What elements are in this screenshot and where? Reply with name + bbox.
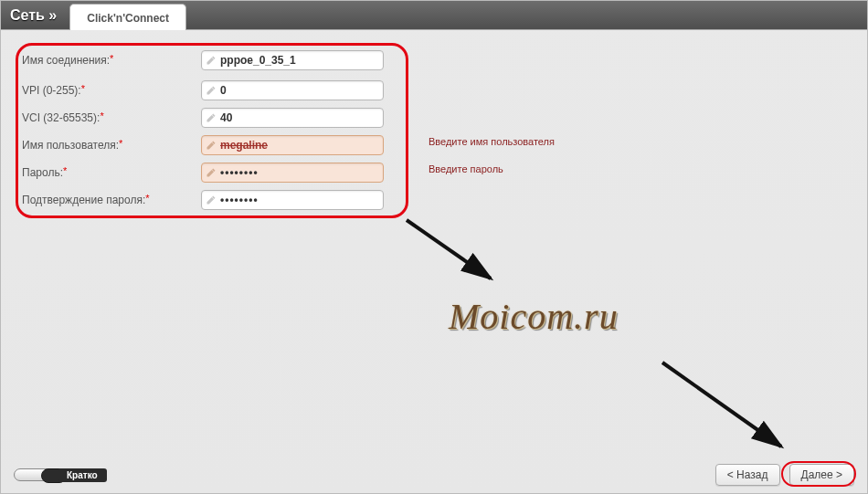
pencil-icon [206, 140, 217, 151]
input-vci[interactable] [220, 111, 379, 124]
svg-line-0 [407, 220, 491, 279]
arrow-annotation-icon [655, 355, 801, 465]
pencil-icon [206, 194, 217, 205]
input-password[interactable]: •••••••• [220, 166, 379, 179]
watermark-text: Moicom.ru [449, 295, 619, 338]
field-vci[interactable] [201, 108, 384, 128]
tab-click-n-connect[interactable]: Click'n'Connect [69, 4, 186, 30]
svg-line-1 [662, 363, 781, 447]
field-username[interactable]: megaline [201, 135, 384, 155]
pencil-icon [206, 167, 217, 178]
highlighted-form-area: VPI (0-255):* VCI (32-65535):* [16, 43, 408, 218]
input-vpi[interactable] [220, 84, 379, 97]
arrow-annotation-icon [399, 213, 509, 295]
field-vpi[interactable] [201, 80, 384, 100]
label-password-confirm: Подтверждение пароля:* [18, 194, 201, 206]
toggle-label: Кратко [58, 468, 107, 482]
input-username[interactable]: megaline [220, 139, 379, 152]
field-password-confirm[interactable]: •••••••• [201, 190, 384, 210]
field-password[interactable]: •••••••• [201, 163, 384, 183]
pencil-icon [206, 112, 217, 123]
next-button[interactable]: Далее > [789, 464, 855, 486]
pencil-icon [206, 85, 217, 96]
label-vci: VCI (32-65535):* [18, 111, 201, 124]
label-password: Пароль:* [18, 166, 201, 179]
label-vpi: VPI (0-255):* [18, 84, 201, 97]
back-button[interactable]: < Назад [715, 464, 780, 486]
error-username: Введите имя пользователя [429, 136, 555, 147]
input-password-confirm[interactable]: •••••••• [220, 194, 379, 206]
nav-network[interactable]: Сеть » [10, 2, 64, 29]
error-password: Введите пароль [429, 163, 503, 174]
label-username: Имя пользователя:* [18, 139, 201, 152]
view-toggle[interactable]: Кратко [14, 468, 107, 482]
